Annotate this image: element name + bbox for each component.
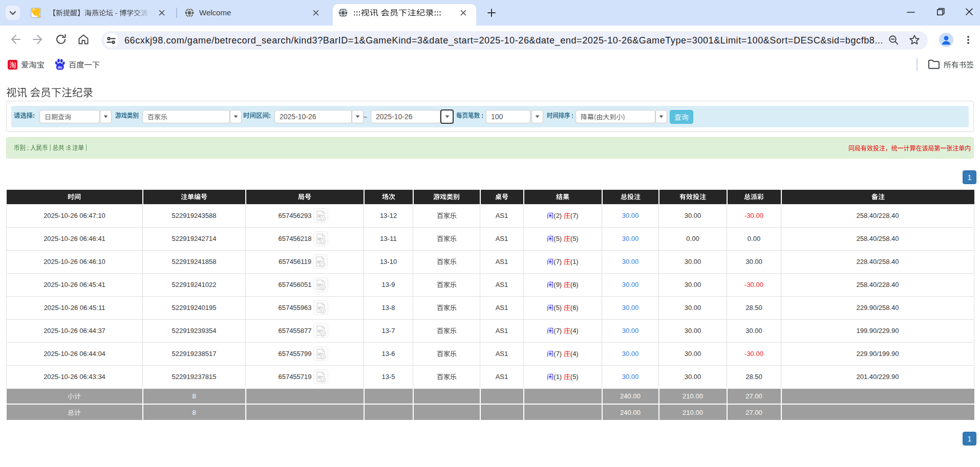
svg-text:du: du <box>57 65 62 70</box>
